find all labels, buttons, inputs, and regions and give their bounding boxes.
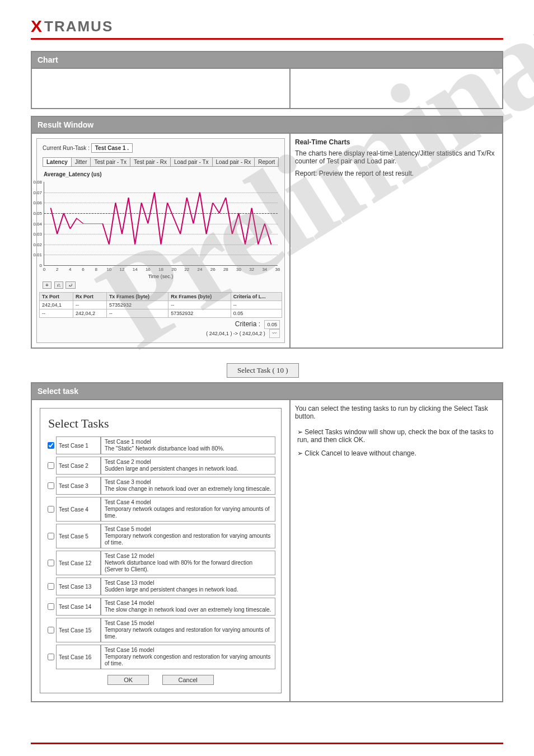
zoom-out-button[interactable]: ⤾ [65,281,76,289]
task-label-6: Test Case 12 [56,551,101,575]
task-desc-8: Test Case 14 modelThe slow change in net… [101,598,275,616]
result-window-right: Real-Time Charts The charts here display… [291,134,502,348]
task-desc-2: Test Case 2 modelSudden large and persis… [101,457,275,475]
result-desc-report: Report: Preview the report of test resul… [295,170,498,177]
result-window-left: Current Run-Task : Test Case 1 . Latency… [32,134,291,348]
select-tasks-title: Select Tasks [48,416,275,431]
task-row-7: Test Case 13Test Case 13 modelSudden lar… [46,577,275,595]
task-checkbox-4[interactable] [48,506,54,513]
select-tasks-dialog: Select Tasks Test Case 1Test Case 1 mode… [40,408,282,693]
task-desc-7: Test Case 13 modelSudden large and persi… [101,577,275,595]
task-label-1: Test Case 1 [56,436,101,454]
task-desc-6: Test Case 12 modelNetwork disturbance lo… [101,551,275,575]
task-row-9: Test Case 15Test Case 15 modelTemporary … [46,618,275,642]
tab-test-pair-rx[interactable]: Test pair - Rx [130,157,171,167]
task-row-1: Test Case 1Test Case 1 modelThe "Static"… [46,436,275,454]
task-label-2: Test Case 2 [56,457,101,475]
chart-title: Average_Latency (us) [39,169,282,180]
run-task-bar: Current Run-Task : Test Case 1 . [39,141,282,155]
select-task-note-2a: ➢ Select Tasks window will show up, chec… [295,428,498,444]
tab-jitter[interactable]: Jitter [71,157,91,167]
result-desc-title: Real-Time Charts [295,138,498,146]
result-window-section: Result Window Current Run-Task : Test Ca… [31,116,503,349]
select-task-note-1: You can select the testing tasks to run … [295,405,498,420]
result-desc-body: The charts here display real-time Latenc… [295,149,498,165]
task-desc-10: Test Case 16 modelTemporary network cong… [101,645,275,669]
run-task-label: Current Run-Task : [43,145,90,151]
criteria-label: Criteria : [235,320,260,328]
run-task-value: Test Case 1 . [91,143,133,153]
brand-logo: XTRAMUS [31,17,503,36]
cancel-button[interactable]: Cancel [162,675,214,685]
header-rule [31,38,503,40]
task-checkbox-3[interactable] [48,482,54,489]
task-checkbox-2[interactable] [48,462,54,469]
task-list: Test Case 1Test Case 1 modelThe "Static"… [46,436,275,669]
select-task-left: Select Tasks Test Case 1Test Case 1 mode… [32,400,291,701]
task-desc-9: Test Case 15 modelTemporary network outa… [101,618,275,642]
chart-section-right [291,69,502,108]
task-label-4: Test Case 4 [56,497,101,522]
port-mapping: ( 242,04,1 ) -> ( 242,04,2 ) [206,331,265,336]
chart-section: Chart [31,51,503,109]
logo-text: TRAMUS [44,18,113,35]
page-footer [31,743,503,744]
task-checkbox-5[interactable] [48,533,54,539]
chart-panel: Current Run-Task : Test Case 1 . Latency… [36,138,285,343]
task-desc-3: Test Case 3 modelThe slow change in netw… [101,477,275,495]
tab-test-pair-tx[interactable]: Test pair - Tx [90,157,130,167]
task-label-7: Test Case 13 [56,577,101,595]
criteria-value: 0.05 [264,320,280,329]
task-row-3: Test Case 3Test Case 3 modelThe slow cha… [46,477,275,495]
select-task-note-2b: ➢ Click Cancel to leave without change. [295,449,498,457]
task-checkbox-1[interactable] [48,442,54,449]
task-checkbox-9[interactable] [48,627,54,633]
task-row-8: Test Case 14Test Case 14 modelThe slow c… [46,598,275,616]
chart-section-left [32,69,291,108]
task-row-10: Test Case 16Test Case 16 modelTemporary … [46,645,275,669]
task-row-5: Test Case 5Test Case 5 modelTemporary ne… [46,524,275,548]
select-task-section: Select task Select Tasks Test Case 1Test… [31,382,503,702]
tab-load-pair-rx[interactable]: Load pair - Rx [212,157,255,167]
task-row-4: Test Case 4Test Case 4 modelTemporary ne… [46,497,275,522]
task-label-10: Test Case 16 [56,645,101,669]
tab-latency[interactable]: Latency [43,157,72,167]
zoom-reset-button[interactable]: ⎌ [54,281,63,289]
task-checkbox-8[interactable] [48,603,54,610]
tab-report[interactable]: Report [254,157,279,167]
tab-load-pair-tx[interactable]: Load pair - Tx [170,157,213,167]
task-row-2: Test Case 2Test Case 2 modelSudden large… [46,457,275,475]
result-tabbar: LatencyJitterTest pair - TxTest pair - R… [39,155,282,169]
result-window-header: Result Window [32,117,502,134]
task-label-8: Test Case 14 [56,598,101,616]
criteria-row: Criteria : 0.05 ( 242,04,1 ) -> ( 242,04… [39,318,282,340]
task-desc-4: Test Case 4 modelTemporary network outag… [101,497,275,522]
task-row-6: Test Case 12Test Case 12 modelNetwork di… [46,551,275,575]
select-task-right: You can select the testing tasks to run … [291,400,502,701]
logo-x-glyph: X [31,17,43,36]
zoom-controls: + ⎌ ⤾ [39,280,282,290]
task-label-3: Test Case 3 [56,477,101,495]
task-desc-5: Test Case 5 modelTemporary network conge… [101,524,275,548]
chart-mini-icon[interactable]: 〰 [269,329,280,338]
select-task-header: Select task [32,383,502,400]
task-checkbox-7[interactable] [48,583,54,590]
chart-section-header: Chart [32,52,502,69]
ok-button[interactable]: OK [107,675,149,685]
port-table: Tx PortRx PortTx Frames (byte)Rx Frames … [39,292,282,318]
footer-rule [31,743,503,744]
task-desc-1: Test Case 1 modelThe "Static" Network di… [101,436,275,454]
task-checkbox-6[interactable] [48,560,54,566]
dialog-buttons: OK Cancel [46,675,275,685]
task-label-9: Test Case 15 [56,618,101,642]
select-task-button[interactable]: Select Task ( 10 ) [227,363,299,378]
task-label-5: Test Case 5 [56,524,101,548]
latency-chart: 00.010.020.030.040.050.060.070.080246810… [44,182,278,266]
task-checkbox-10[interactable] [48,654,54,660]
zoom-in-button[interactable]: + [43,281,51,289]
